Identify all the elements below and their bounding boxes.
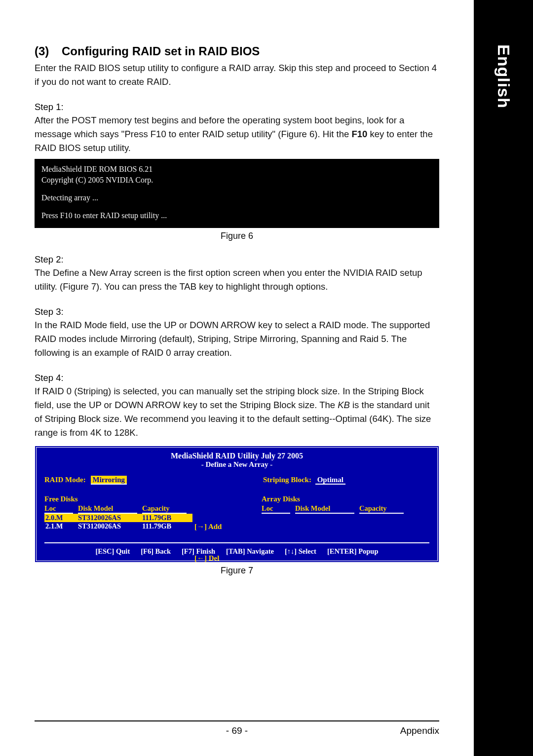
- disk-model: ST3120026AS: [78, 522, 137, 530]
- raid-footer-hints: [ESC] Quit [F6] Back [F7] Finish [TAB] N…: [44, 542, 429, 556]
- col-model: Disk Model: [78, 504, 137, 514]
- free-disks-table[interactable]: Free Disks Loc Disk Model Capacity 2.0.M…: [44, 495, 192, 530]
- striping-block-field[interactable]: Striping Block: Optimal: [263, 476, 345, 484]
- footer-section: Appendix: [400, 725, 439, 736]
- console-line: Detecting array ...: [41, 192, 432, 203]
- hint-select: [↑↓] Select: [285, 547, 316, 556]
- console-line: Copyright (C) 2005 NVIDIA Corp.: [41, 175, 432, 186]
- array-disks-heading: Array Disks: [262, 495, 410, 503]
- intro-paragraph: Enter the RAID BIOS setup utility to con…: [35, 61, 439, 89]
- step4-italic: KB: [338, 400, 350, 410]
- del-hint: [←] Del: [194, 554, 219, 563]
- array-disks-table[interactable]: Array Disks Loc Disk Model Capacity: [262, 495, 410, 530]
- step2-label: Step 2:: [35, 254, 439, 265]
- step1-text: After the POST memory test begins and be…: [35, 113, 439, 155]
- hint-quit: [ESC] Quit: [96, 547, 130, 556]
- page-number: - 69 -: [226, 725, 248, 736]
- section-title-text: Configuring RAID set in RAID BIOS: [62, 44, 260, 58]
- raid-mode-field[interactable]: RAID Mode: Mirroring: [44, 476, 127, 484]
- raid-mode-label: RAID Mode:: [44, 476, 86, 484]
- disk-capacity: 111.79GB: [142, 522, 187, 530]
- page-content: (3)Configuring RAID set in RAID BIOS Ent…: [0, 0, 474, 756]
- disk-row[interactable]: 2.0.M ST3120026AS 111.79GB: [44, 514, 192, 522]
- raid-subtitle: - Define a New Array -: [44, 460, 429, 469]
- col-capacity: Capacity: [359, 504, 404, 514]
- hint-popup: [ENTER] Popup: [327, 547, 379, 556]
- figure6-console: MediaShield IDE ROM BIOS 6.21 Copyright …: [35, 159, 439, 228]
- disk-capacity: 111.79GB: [142, 514, 187, 522]
- language-tab: English: [474, 0, 533, 163]
- striping-block-value: Optimal: [315, 476, 345, 485]
- figure7-caption: Figure 7: [35, 566, 439, 576]
- col-model: Disk Model: [295, 504, 354, 514]
- hint-navigate: [TAB] Navigate: [226, 547, 274, 556]
- col-capacity: Capacity: [142, 504, 187, 514]
- page-footer: - 69 - Appendix: [35, 720, 439, 736]
- console-line: Press F10 to enter RAID setup utility ..…: [41, 210, 432, 221]
- figure6-caption: Figure 6: [35, 231, 439, 241]
- step2-text: The Define a New Array screen is the fir…: [35, 266, 439, 294]
- disk-row[interactable]: 2.1.M ST3120026AS 111.79GB: [44, 522, 192, 530]
- hint-back: [F6] Back: [141, 547, 171, 556]
- col-loc: Loc: [262, 504, 290, 514]
- language-tab-text: English: [494, 44, 513, 109]
- step3-label: Step 3:: [35, 306, 439, 317]
- section-heading: (3)Configuring RAID set in RAID BIOS: [35, 44, 439, 58]
- disk-loc: 2.0.M: [44, 514, 73, 522]
- disk-loc: 2.1.M: [44, 522, 73, 530]
- step4-text: If RAID 0 (Striping) is selected, you ca…: [35, 384, 439, 440]
- add-hint: [→] Add: [194, 523, 222, 531]
- step1-bold-key: F10: [351, 129, 367, 139]
- free-disks-heading: Free Disks: [44, 495, 192, 503]
- raid-title: MediaShield RAID Utility July 27 2005: [44, 452, 429, 460]
- console-line: MediaShield IDE ROM BIOS 6.21: [41, 164, 432, 175]
- section-number: (3): [35, 44, 62, 58]
- raid-mode-value: Mirroring: [91, 476, 127, 485]
- step4-label: Step 4:: [35, 373, 439, 383]
- disk-model: ST3120026AS: [78, 514, 137, 522]
- figure7-raid-utility: MediaShield RAID Utility July 27 2005 - …: [35, 446, 439, 563]
- step1-label: Step 1:: [35, 102, 439, 113]
- step1-text-a: After the POST memory test begins and be…: [35, 115, 404, 139]
- step3-text: In the RAID Mode field, use the UP or DO…: [35, 318, 439, 360]
- striping-block-label: Striping Block:: [263, 476, 311, 484]
- col-loc: Loc: [44, 504, 73, 514]
